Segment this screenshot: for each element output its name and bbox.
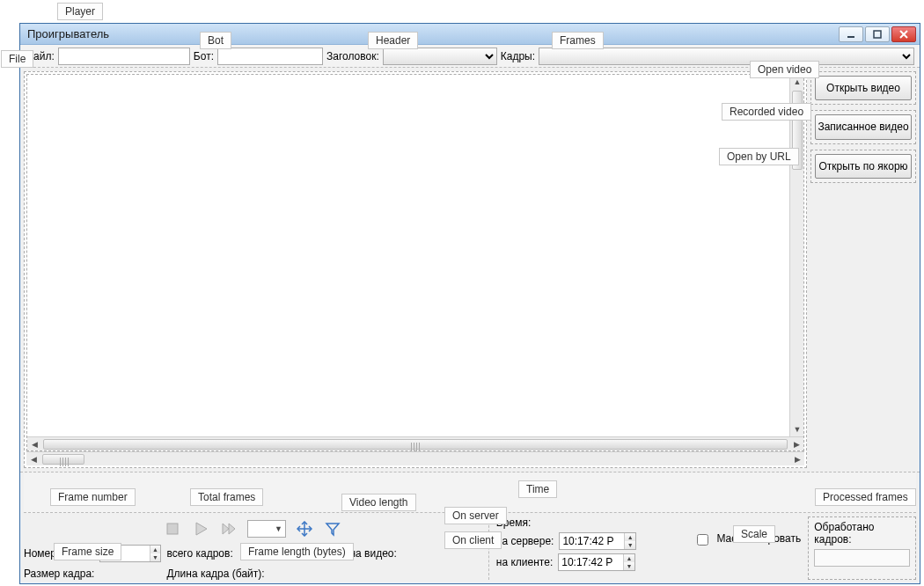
tag-bot: Bot bbox=[200, 32, 231, 49]
playback-toolbar: ▼ bbox=[24, 516, 481, 541]
stop-button[interactable] bbox=[163, 519, 182, 538]
tag-header: Header bbox=[368, 32, 418, 49]
stepper-up-icon[interactable]: ▲ bbox=[150, 546, 161, 553]
file-input[interactable] bbox=[58, 48, 190, 65]
open-video-panel: Открыть видео bbox=[810, 71, 916, 105]
time-column: Время: на сервере: ▲▼ на клиенте: ▲▼ bbox=[488, 516, 687, 580]
scroll-right-icon[interactable]: ▶ bbox=[789, 437, 803, 451]
tag-on-client: On client bbox=[444, 531, 502, 549]
stepper-down-icon[interactable]: ▼ bbox=[624, 562, 634, 570]
move-tool-icon[interactable] bbox=[295, 519, 314, 538]
client-time-input[interactable] bbox=[559, 554, 623, 570]
frame-length-label: Длина кадра (байт): bbox=[166, 568, 326, 580]
tag-frame-length-bytes: Frame length (bytes) bbox=[240, 543, 354, 560]
scroll-down-icon[interactable]: ▼ bbox=[790, 422, 804, 436]
tag-frame-size: Frame size bbox=[54, 543, 121, 560]
play-button[interactable] bbox=[191, 519, 210, 538]
processed-value bbox=[814, 549, 910, 567]
tag-open-video: Open video bbox=[750, 61, 819, 78]
tag-file: File bbox=[1, 50, 33, 68]
tag-video-length: Video length bbox=[341, 494, 416, 511]
frames-select[interactable] bbox=[539, 48, 914, 65]
tag-recorded-video: Recorded video bbox=[722, 103, 811, 121]
tag-time: Time bbox=[518, 480, 557, 498]
tag-processed-frames: Processed frames bbox=[815, 488, 916, 506]
svg-rect-1 bbox=[874, 31, 881, 38]
total-frames-label: всего кадров: bbox=[166, 547, 232, 560]
tag-total-frames: Total frames bbox=[190, 488, 263, 506]
client-time-stepper[interactable]: ▲▼ bbox=[558, 553, 635, 571]
svg-marker-10 bbox=[326, 524, 339, 535]
server-time-label: на сервере: bbox=[496, 535, 554, 547]
server-time-stepper[interactable]: ▲▼ bbox=[559, 532, 636, 550]
titlebar: Проигрыватель bbox=[20, 24, 920, 45]
recorded-video-button[interactable]: Записанное видео bbox=[815, 114, 912, 139]
svg-marker-6 bbox=[223, 524, 229, 534]
video-viewport bbox=[27, 75, 789, 436]
svg-marker-7 bbox=[229, 524, 235, 534]
side-column: Открыть видео Записанное видео Открыть п… bbox=[810, 71, 916, 468]
scroll-right-icon[interactable]: ▶ bbox=[790, 452, 804, 466]
server-time-input[interactable] bbox=[560, 533, 624, 549]
maximize-button[interactable] bbox=[865, 26, 890, 42]
tag-player: Player bbox=[57, 3, 103, 20]
close-button[interactable] bbox=[891, 26, 916, 42]
open-video-button[interactable]: Открыть видео bbox=[815, 76, 912, 100]
stepper-down-icon[interactable]: ▼ bbox=[150, 553, 161, 561]
stepper-down-icon[interactable]: ▼ bbox=[625, 541, 635, 549]
filter-icon[interactable] bbox=[323, 519, 342, 538]
speed-dropdown[interactable]: ▼ bbox=[247, 520, 286, 538]
tag-scale: Scale bbox=[733, 525, 775, 543]
svg-marker-5 bbox=[196, 523, 207, 535]
stepper-up-icon[interactable]: ▲ bbox=[625, 533, 635, 541]
main-row: ▲ ▼ ◀ ▶ ◀ ▶ bbox=[20, 68, 920, 472]
frames-label: Кадры: bbox=[501, 50, 535, 62]
tag-frame-number: Frame number bbox=[50, 488, 136, 506]
window-title: Проигрыватель bbox=[27, 27, 837, 40]
bot-input[interactable] bbox=[217, 48, 323, 65]
tag-on-server: On server bbox=[444, 507, 507, 524]
frame-size-label: Размер кадра: bbox=[24, 568, 94, 580]
header-select[interactable] bbox=[383, 48, 497, 65]
bot-label: Бот: bbox=[194, 50, 214, 62]
processed-column: Обработано кадров: bbox=[808, 516, 916, 580]
tag-frames: Frames bbox=[552, 32, 604, 49]
client-time-label: на клиенте: bbox=[496, 556, 553, 568]
viewer-inner: ▲ ▼ ◀ ▶ bbox=[26, 74, 804, 451]
minimize-button[interactable] bbox=[839, 26, 863, 42]
viewport-scroll-horizontal[interactable]: ◀ ▶ bbox=[27, 436, 803, 450]
open-by-anchor-button[interactable]: Открыть по якорю bbox=[815, 154, 912, 179]
scale-checkbox[interactable] bbox=[697, 534, 708, 546]
scroll-left-icon[interactable]: ◀ bbox=[27, 437, 41, 451]
tag-open-by-url: Open by URL bbox=[719, 148, 799, 165]
fast-forward-button[interactable] bbox=[219, 519, 238, 538]
processed-label: Обработано кадров: bbox=[814, 521, 910, 546]
stepper-up-icon[interactable]: ▲ bbox=[624, 554, 634, 562]
open-by-anchor-panel: Открыть по якорю bbox=[810, 150, 916, 183]
outer-scroll-horizontal[interactable]: ◀ ▶ bbox=[26, 451, 804, 465]
svg-rect-4 bbox=[167, 524, 178, 534]
viewer-column: ▲ ▼ ◀ ▶ ◀ ▶ bbox=[24, 71, 807, 468]
scroll-left-icon[interactable]: ◀ bbox=[26, 452, 40, 466]
viewport-scroll-vertical[interactable]: ▲ ▼ bbox=[789, 75, 803, 436]
recorded-video-panel: Записанное видео bbox=[810, 110, 916, 143]
time-heading: Время: bbox=[496, 516, 687, 529]
viewer-outer: ▲ ▼ ◀ ▶ ◀ ▶ bbox=[24, 71, 807, 468]
header-label: Заголовок: bbox=[326, 50, 379, 62]
